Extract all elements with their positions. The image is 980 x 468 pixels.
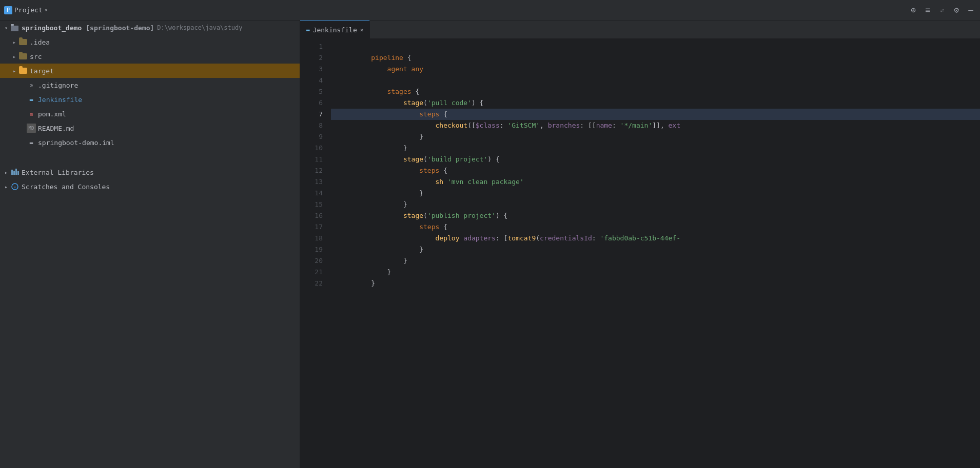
code-line-20: } (331, 255, 980, 267)
ln-11: 11 (300, 154, 323, 165)
sidebar-item-idea[interactable]: .idea (0, 35, 300, 49)
ln-5: 5 (300, 86, 323, 97)
idea-folder-icon (18, 37, 28, 47)
src-folder-icon (18, 52, 28, 61)
main-layout: springboot_demo [springboot-demo] D:\wor… (0, 21, 980, 468)
jenkinsfile-tab-label: Jenkinsfile (313, 26, 357, 34)
editor-area: ▬ Jenkinsfile ✕ 1 2 3 4 5 6 7 8 9 10 11 … (300, 21, 980, 468)
ln-15: 15 (300, 199, 323, 210)
code-line-4: stages { (331, 75, 980, 86)
code-line-5: stage('pull code') { (331, 86, 980, 97)
extlibs-icon (10, 168, 19, 177)
ln-17: 17 (300, 221, 323, 233)
ln-7: 7 (300, 109, 323, 120)
ln-19: 19 (300, 244, 323, 255)
svg-rect-2 (11, 24, 14, 26)
ln-6: 6 (300, 97, 323, 109)
target-folder-icon (18, 66, 28, 75)
sidebar-item-scratches[interactable]: ⚡ Scratches and Consoles (0, 179, 300, 194)
iml-file-icon: ▬ (27, 138, 36, 147)
svg-rect-5 (15, 169, 17, 175)
project-icon: P (4, 6, 12, 14)
readme-file-icon: MD (27, 124, 36, 133)
target-expand-arrow (10, 67, 18, 75)
code-line-22 (331, 278, 980, 289)
collapse-all-icon[interactable]: ≡ (923, 5, 933, 15)
sidebar-item-readme[interactable]: MD README.md (0, 121, 300, 135)
gitignore-file-icon: ⊙ (27, 80, 36, 90)
ln-12: 12 (300, 165, 323, 176)
jenkinsfile-file-icon: ▬ (27, 95, 36, 104)
code-line-19: } (331, 244, 980, 255)
scratches-icon: ⚡ (10, 182, 19, 191)
svg-rect-3 (11, 170, 13, 175)
gear-icon[interactable]: ⚙ (951, 5, 962, 15)
dropdown-arrow-icon: ▾ (45, 7, 48, 13)
svg-rect-6 (17, 171, 19, 175)
code-line-14: } (331, 188, 980, 199)
ln-8: 8 (300, 120, 323, 131)
ln-22: 22 (300, 278, 323, 289)
gitignore-label: .gitignore (38, 82, 78, 89)
sidebar-item-pomxml[interactable]: m pom.xml (0, 107, 300, 121)
extlibs-label: External Libraries (22, 169, 94, 176)
code-line-9: } (331, 131, 980, 143)
ln-10: 10 (300, 143, 323, 154)
project-sidebar: springboot_demo [springboot-demo] D:\wor… (0, 21, 300, 468)
svg-rect-4 (13, 171, 15, 175)
ln-21: 21 (300, 267, 323, 278)
target-label: target (30, 67, 54, 75)
extlibs-expand-arrow (2, 168, 10, 176)
code-line-10: stage('build project') { (331, 143, 980, 154)
code-line-3 (331, 64, 980, 75)
code-line-15: stage('publish project') { (331, 199, 980, 210)
line-numbers: 1 2 3 4 5 6 7 8 9 10 11 12 13 14 15 16 1… (300, 39, 327, 468)
code-editor[interactable]: 1 2 3 4 5 6 7 8 9 10 11 12 13 14 15 16 1… (300, 39, 980, 468)
idea-expand-arrow (10, 38, 18, 46)
ln-3: 3 (300, 64, 323, 75)
title-bar: P Project ▾ ⊕ ≡ ⇌ ⚙ — (0, 0, 980, 21)
minimize-icon[interactable]: — (966, 5, 976, 15)
scroll-from-source-icon[interactable]: ⇌ (937, 5, 947, 15)
sidebar-item-external-libraries[interactable]: External Libraries (0, 165, 300, 179)
svg-rect-1 (11, 26, 14, 27)
ln-13: 13 (300, 176, 323, 188)
readme-label: README.md (38, 125, 74, 132)
sidebar-item-gitignore[interactable]: ⊙ .gitignore (0, 78, 300, 92)
ln-16: 16 (300, 210, 323, 221)
src-expand-arrow (10, 52, 18, 60)
ln-1: 1 (300, 41, 323, 52)
ln-2: 2 (300, 52, 323, 64)
pomxml-label: pom.xml (38, 110, 66, 118)
iml-label: springboot-demo.iml (38, 139, 114, 147)
scratches-expand-arrow (2, 182, 10, 191)
sidebar-item-target[interactable]: target (0, 64, 300, 78)
root-expand-arrow (2, 24, 10, 32)
sidebar-item-iml[interactable]: ▬ springboot-demo.iml (0, 135, 300, 150)
tab-bar: ▬ Jenkinsfile ✕ (300, 21, 980, 39)
project-root[interactable]: springboot_demo [springboot-demo] D:\wor… (0, 21, 300, 35)
idea-label: .idea (30, 38, 50, 46)
code-line-1: pipeline { (331, 41, 980, 52)
code-content: pipeline { agent any stages { stage('pul… (327, 39, 980, 468)
tab-close-button[interactable]: ✕ (360, 27, 364, 33)
ln-18: 18 (300, 233, 323, 244)
root-project-name: springboot_demo [springboot-demo] (22, 24, 154, 32)
ln-4: 4 (300, 75, 323, 86)
ln-14: 14 (300, 188, 323, 199)
project-folder-icon (10, 23, 19, 32)
toolbar-icons: ⊕ ≡ ⇌ ⚙ — (908, 5, 976, 15)
sidebar-item-jenkinsfile[interactable]: ▬ Jenkinsfile (0, 92, 300, 107)
ln-9: 9 (300, 131, 323, 143)
code-line-21: } (331, 267, 980, 278)
tab-jenkinsfile[interactable]: ▬ Jenkinsfile ✕ (300, 21, 370, 38)
sidebar-item-src[interactable]: src (0, 49, 300, 64)
jenkinsfile-tab-icon: ▬ (306, 27, 310, 33)
project-selector[interactable]: P Project ▾ (4, 6, 48, 14)
svg-text:⚡: ⚡ (14, 185, 16, 190)
ln-20: 20 (300, 255, 323, 267)
add-content-icon[interactable]: ⊕ (908, 5, 918, 15)
code-line-2: agent any (331, 52, 980, 64)
project-label: Project (14, 6, 43, 14)
pomxml-file-icon: m (27, 109, 36, 118)
